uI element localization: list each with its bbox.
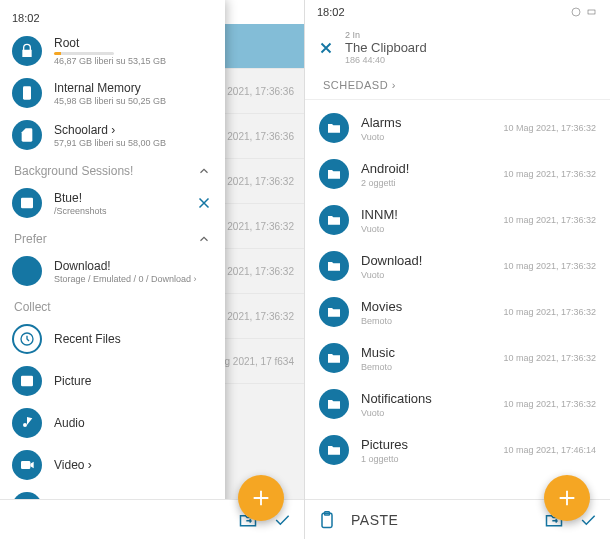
folder-name: Download! [361, 253, 491, 268]
collect-recent[interactable]: Recent Files [0, 318, 225, 360]
svg-point-9 [572, 8, 580, 16]
clip-count: 2 In [345, 30, 427, 40]
storage-sub: 57,91 GB liberi su 58,00 GB [54, 138, 213, 148]
item-sub: /Screenshots [54, 206, 183, 216]
clipboard-header: 2 In The Clipboard 186 44:40 [305, 24, 610, 71]
storage-title: Internal Memory [54, 81, 213, 95]
section-label: Background Sessions! [14, 164, 133, 178]
signal-icon [570, 6, 582, 18]
folder-date: 10 mag 2021, 17:36:32 [503, 399, 596, 409]
list-item[interactable]: MusicBemoto10 mag 2021, 17:36:32 [305, 335, 610, 381]
prefer-download[interactable]: Download!Storage / Emulated / 0 / Downlo… [0, 250, 225, 292]
list-item[interactable]: MoviesBemoto10 mag 2021, 17:36:32 [305, 289, 610, 335]
navigation-drawer[interactable]: 18:02 Root46,87 GB liberi su 53,15 GB In… [0, 0, 225, 539]
item-title: Btue! [54, 191, 183, 205]
item-title: Picture [54, 374, 213, 388]
chevron-up-icon [197, 164, 211, 178]
close-icon[interactable] [195, 194, 213, 212]
clip-sub: 186 44:40 [345, 55, 427, 65]
folder-detail: 1 oggetto [361, 454, 491, 464]
list-item[interactable]: Android!2 oggetti10 mag 2021, 17:36:32 [305, 151, 610, 197]
folder-icon [319, 435, 349, 465]
item-title: Audio [54, 416, 213, 430]
list-item[interactable]: Download!Vuoto10 mag 2021, 17:36:32 [305, 243, 610, 289]
list-item[interactable]: Pictures1 oggetto10 mag 2021, 17:46:14 [305, 427, 610, 473]
list-item[interactable]: INNM!Vuoto10 mag 2021, 17:36:32 [305, 197, 610, 243]
folder-date: 10 mag 2021, 17:36:32 [503, 261, 596, 271]
folder-detail: Vuoto [361, 408, 491, 418]
image-icon [12, 188, 42, 218]
plus-icon [556, 487, 578, 509]
clock-icon [12, 324, 42, 354]
status-icons [570, 6, 598, 18]
list-item[interactable]: NotificationsVuoto10 mag 2021, 17:36:32 [305, 381, 610, 427]
storage-root[interactable]: Root46,87 GB liberi su 53,15 GB [0, 30, 225, 72]
item-title: Recent Files [54, 332, 213, 346]
storage-title: Root [54, 36, 213, 50]
clipboard-icon[interactable] [317, 510, 337, 530]
folder-detail: Vuoto [361, 224, 491, 234]
folder-date: 10 mag 2021, 17:36:32 [503, 307, 596, 317]
plus-icon [250, 487, 272, 509]
folder-icon [319, 113, 349, 143]
section-label: Prefer [14, 232, 47, 246]
folder-detail: Bemoto [361, 362, 491, 372]
lock-icon [12, 36, 42, 66]
collect-video[interactable]: Video › [0, 444, 225, 486]
paste-button[interactable]: PASTE [351, 512, 398, 528]
svg-rect-0 [23, 86, 31, 99]
folder-name: Music [361, 345, 491, 360]
folder-name: Notifications [361, 391, 491, 406]
phone-right: 18:02 2 In The Clipboard 186 44:40 SCHED… [305, 0, 610, 539]
folder-detail: Vuoto [361, 132, 491, 142]
music-icon [12, 408, 42, 438]
bg-session-item[interactable]: Btue!/Screenshots [0, 182, 225, 224]
usage-bar [54, 52, 114, 55]
storage-sdcard[interactable]: Schoolard ›57,91 GB liberi su 58,00 GB [0, 114, 225, 156]
folder-detail: 2 oggetti [361, 178, 491, 188]
svg-rect-10 [588, 10, 595, 14]
sd-icon [12, 120, 42, 150]
chevron-up-icon [197, 232, 211, 246]
collect-audio[interactable]: Audio [0, 402, 225, 444]
folder-date: 10 mag 2021, 17:36:32 [503, 169, 596, 179]
item-sub: Storage / Emulated / 0 / Download › [54, 274, 213, 284]
folder-name: Movies [361, 299, 491, 314]
image-icon [12, 366, 42, 396]
fab-add[interactable] [238, 475, 284, 521]
folder-name: Android! [361, 161, 491, 176]
folder-name: Alarms [361, 115, 491, 130]
section-collect[interactable]: Collect [0, 292, 225, 318]
status-time: 18:02 [12, 12, 40, 24]
folder-icon [319, 251, 349, 281]
folder-date: 10 mag 2021, 17:36:32 [503, 215, 596, 225]
section-background[interactable]: Background Sessions! [0, 156, 225, 182]
section-prefer[interactable]: Prefer [0, 224, 225, 250]
fab-add[interactable] [544, 475, 590, 521]
svg-rect-1 [21, 198, 33, 209]
phone-left: 10 mag 2021, 17:36:36 10 mag 2021, 17:36… [0, 0, 305, 539]
folder-list[interactable]: AlarmsVuoto10 Mag 2021, 17:36:32 Android… [305, 105, 610, 499]
folder-date: 10 mag 2021, 17:36:32 [503, 353, 596, 363]
close-icon[interactable] [317, 39, 335, 57]
folder-detail: Bemoto [361, 316, 491, 326]
status-bar: 18:02 [305, 0, 610, 24]
item-title: Download! [54, 259, 213, 273]
storage-title: Schoolard › [54, 123, 213, 137]
list-item[interactable]: AlarmsVuoto10 Mag 2021, 17:36:32 [305, 105, 610, 151]
storage-internal[interactable]: Internal Memory45,98 GB liberi su 50,25 … [0, 72, 225, 114]
section-label: Collect [14, 300, 51, 314]
clip-title: The Clipboard [345, 40, 427, 55]
folder-name: Pictures [361, 437, 491, 452]
folder-detail: Vuoto [361, 270, 491, 280]
battery-icon [586, 6, 598, 18]
breadcrumb[interactable]: SCHEDASD › [305, 71, 610, 100]
collect-picture[interactable]: Picture [0, 360, 225, 402]
folder-icon [319, 343, 349, 373]
folder-icon [319, 389, 349, 419]
storage-sub: 46,87 GB liberi su 53,15 GB [54, 56, 213, 66]
phone-icon [12, 78, 42, 108]
storage-sub: 45,98 GB liberi su 50,25 GB [54, 96, 213, 106]
folder-icon [319, 297, 349, 327]
download-icon [12, 256, 42, 286]
